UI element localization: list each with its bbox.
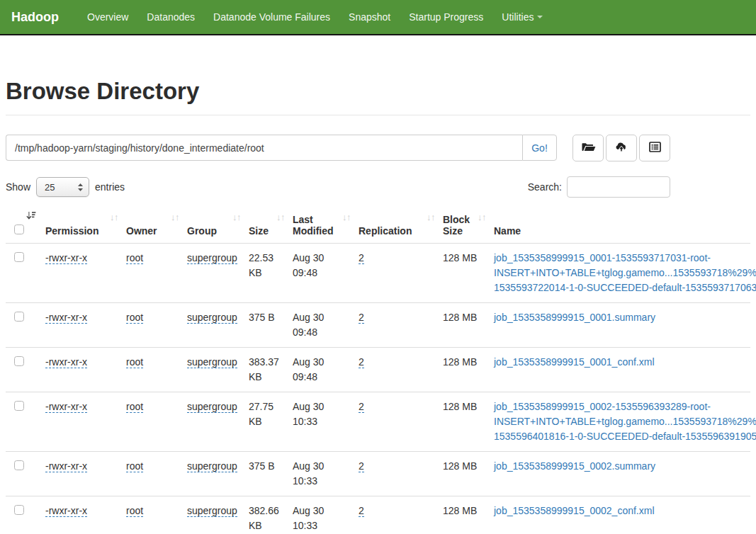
- row-checkbox[interactable]: [14, 312, 24, 322]
- permission-cell-value[interactable]: -rwxr-xr-x: [45, 460, 87, 472]
- column-header-permission[interactable]: Permission↓↑: [40, 208, 120, 243]
- column-header-size[interactable]: Size↓↑: [243, 208, 287, 243]
- last-modified-cell-value: Aug 30 10:33: [293, 460, 324, 487]
- create-directory-button[interactable]: [572, 135, 604, 161]
- column-header-owner[interactable]: Owner↓↑: [120, 208, 181, 243]
- file-name-line: job_1535358999915_0002.summary: [494, 459, 745, 474]
- sort-icon: ↓↑: [427, 212, 435, 222]
- file-name-link[interactable]: job_1535358999915_0002_conf.xml: [494, 504, 745, 518]
- replication-cell: 2: [353, 392, 437, 451]
- replication-cell: 2: [353, 243, 437, 302]
- row-checkbox[interactable]: [14, 252, 24, 262]
- column-header-last-modified[interactable]: Last Modified↓↑: [287, 208, 353, 243]
- replication-cell-value[interactable]: 2: [359, 252, 364, 264]
- table-row: -rwxr-xr-xrootsupergroup383.37 KBAug 30 …: [6, 347, 750, 392]
- owner-cell: root: [120, 451, 181, 496]
- caret-down-icon: [537, 16, 543, 18]
- last-modified-cell: Aug 30 09:48: [287, 347, 353, 392]
- name-cell: job_1535358999915_0001-1535593717031-roo…: [488, 243, 750, 302]
- go-button[interactable]: Go!: [522, 135, 557, 161]
- file-name-link[interactable]: job_1535358999915_0002.summary: [494, 459, 745, 474]
- permission-cell: -rwxr-xr-x: [40, 392, 120, 451]
- permission-cell: -rwxr-xr-x: [40, 451, 120, 496]
- permission-cell-value[interactable]: -rwxr-xr-x: [45, 312, 87, 324]
- column-label: Replication: [359, 225, 412, 237]
- sort-icon: ↓↑: [478, 212, 486, 222]
- group-cell-value[interactable]: supergroup: [187, 460, 237, 472]
- path-input[interactable]: [6, 135, 522, 161]
- column-label: Size: [249, 225, 269, 237]
- checkbox-cell: [6, 496, 40, 534]
- owner-cell-value[interactable]: root: [126, 505, 143, 517]
- group-cell-value[interactable]: supergroup: [187, 252, 237, 264]
- nav-link-utilities[interactable]: Utilities: [492, 11, 552, 23]
- permission-cell-value[interactable]: -rwxr-xr-x: [45, 252, 87, 264]
- table-row: -rwxr-xr-xrootsupergroup27.75 KBAug 30 1…: [6, 392, 750, 451]
- entries-label: entries: [95, 181, 125, 193]
- owner-cell-value[interactable]: root: [126, 401, 143, 413]
- nav-link-datanodes[interactable]: Datanodes: [137, 11, 204, 23]
- permission-cell-value[interactable]: -rwxr-xr-x: [45, 401, 87, 413]
- nav-item-datanode-volume-failures: Datanode Volume Failures: [204, 11, 339, 23]
- sort-ascending-icon: [26, 211, 36, 222]
- block-size-cell: 128 MB: [437, 243, 488, 302]
- block-size-cell-value: 128 MB: [443, 312, 477, 323]
- file-name-link[interactable]: job_1535358999915_0001-1535593717031-roo…: [494, 251, 745, 295]
- file-name-line: job_1535358999915_0001-1535593717031-roo…: [494, 251, 745, 266]
- select-all-checkbox[interactable]: [14, 225, 24, 234]
- sort-icon: ↓↑: [342, 212, 351, 222]
- replication-cell-value[interactable]: 2: [359, 356, 364, 368]
- row-checkbox[interactable]: [14, 505, 24, 515]
- row-checkbox[interactable]: [14, 460, 24, 470]
- permission-cell-value[interactable]: -rwxr-xr-x: [45, 505, 87, 517]
- column-header-block-size[interactable]: Block Size↓↑: [437, 208, 488, 243]
- column-label: Group: [187, 225, 217, 237]
- replication-cell-value[interactable]: 2: [359, 312, 364, 324]
- cut-paste-button[interactable]: [639, 135, 670, 161]
- checkbox-cell: [6, 347, 40, 392]
- permission-cell: -rwxr-xr-x: [40, 496, 120, 534]
- size-cell: 375 B: [243, 302, 287, 347]
- group-cell: supergroup: [181, 243, 243, 302]
- nav-link-snapshot[interactable]: Snapshot: [339, 11, 400, 23]
- block-size-cell: 128 MB: [437, 347, 488, 392]
- owner-cell-value[interactable]: root: [126, 356, 143, 368]
- size-cell: 22.53 KB: [243, 243, 287, 302]
- nav-link-startup-progress[interactable]: Startup Progress: [400, 11, 492, 23]
- name-cell: job_1535358999915_0001_conf.xml: [488, 347, 750, 392]
- file-name-link[interactable]: job_1535358999915_0001.summary: [494, 310, 745, 325]
- size-cell: 383.37 KB: [243, 347, 287, 392]
- replication-cell-value[interactable]: 2: [359, 401, 364, 413]
- path-row: Go!: [6, 135, 670, 161]
- row-checkbox[interactable]: [14, 356, 24, 366]
- file-name-link[interactable]: job_1535358999915_0001_conf.xml: [494, 355, 745, 370]
- main-content: Browse Directory Go!: [0, 78, 756, 534]
- name-cell: job_1535358999915_0002.summary: [488, 451, 750, 496]
- nav-link-overview[interactable]: Overview: [78, 11, 137, 23]
- group-cell-value[interactable]: supergroup: [187, 356, 237, 368]
- column-label: Permission: [45, 225, 98, 237]
- owner-cell-value[interactable]: root: [126, 312, 143, 324]
- page-size-select[interactable]: 25: [36, 177, 89, 197]
- replication-cell-value[interactable]: 2: [359, 505, 364, 517]
- search-input[interactable]: [567, 176, 670, 198]
- group-cell-value[interactable]: supergroup: [187, 505, 237, 517]
- select-all-header[interactable]: [6, 208, 40, 243]
- column-header-replication[interactable]: Replication↓↑: [353, 208, 437, 243]
- row-checkbox[interactable]: [14, 401, 24, 411]
- group-cell-value[interactable]: supergroup: [187, 401, 237, 413]
- group-cell-value[interactable]: supergroup: [187, 312, 237, 324]
- divider: [6, 115, 750, 115]
- owner-cell-value[interactable]: root: [126, 460, 143, 472]
- checkbox-cell: [6, 392, 40, 451]
- column-header-group[interactable]: Group↓↑: [181, 208, 243, 243]
- nav-link-datanode-volume-failures[interactable]: Datanode Volume Failures: [204, 11, 339, 23]
- hadoop-brand: Hadoop: [0, 10, 69, 25]
- table-row: -rwxr-xr-xrootsupergroup375 BAug 30 09:4…: [6, 302, 750, 347]
- replication-cell-value[interactable]: 2: [359, 460, 364, 472]
- owner-cell-value[interactable]: root: [126, 252, 143, 264]
- file-name-link[interactable]: job_1535358999915_0002-1535596393289-roo…: [494, 399, 745, 444]
- column-label: Owner: [126, 225, 157, 237]
- upload-file-button[interactable]: [606, 135, 637, 161]
- permission-cell-value[interactable]: -rwxr-xr-x: [45, 356, 87, 368]
